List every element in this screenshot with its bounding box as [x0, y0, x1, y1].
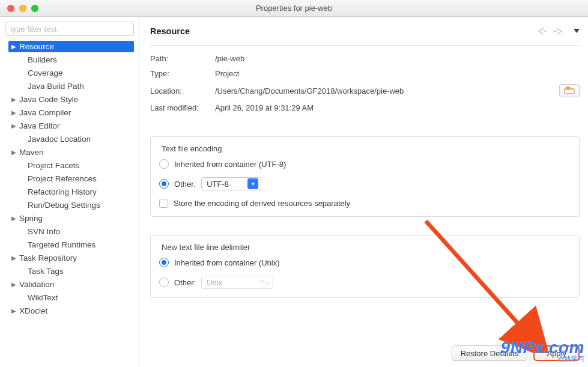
sidebar-item-svn-info[interactable]: SVN Info [8, 226, 134, 237]
sidebar-item-javadoc-location[interactable]: Javadoc Location [8, 133, 134, 145]
sidebar-item-java-compiler[interactable]: ▶Java Compiler [8, 107, 134, 118]
zoom-icon[interactable] [31, 5, 38, 12]
sidebar-item-label: Java Compiler [19, 108, 71, 117]
finder-icon [564, 86, 575, 95]
indent-spacer [19, 228, 25, 235]
indent-spacer [19, 83, 25, 89]
sidebar-item-spring[interactable]: ▶Spring [8, 213, 134, 224]
indent-spacer [19, 189, 25, 195]
sidebar-item-targeted-runtimes[interactable]: Targeted Runtimes [8, 239, 134, 250]
sidebar-item-wikitext[interactable]: WikiText [8, 292, 134, 303]
indent-spacer [19, 268, 25, 274]
delimiter-other-radio[interactable] [159, 278, 169, 287]
disclosure-arrow-icon[interactable]: ▶ [11, 149, 17, 156]
location-label: Location: [150, 86, 215, 96]
sidebar-item-label: Java Build Path [28, 82, 84, 91]
sidebar-item-run-debug-settings[interactable]: Run/Debug Settings [8, 199, 134, 211]
content-pane: Resource Path: /pie-web Type: [139, 17, 588, 367]
disclosure-arrow-icon[interactable]: ▶ [11, 255, 17, 261]
content-header: Resource [150, 17, 580, 46]
chevron-down-icon: ▾ [247, 178, 258, 189]
close-icon[interactable] [7, 5, 14, 12]
properties-window: Properties for pie-web type filter text … [0, 0, 588, 367]
sidebar-item-builders[interactable]: Builders [8, 54, 134, 65]
window-title: Properties for pie-web [0, 4, 588, 13]
sidebar-item-task-repository[interactable]: ▶Task Repository [8, 252, 134, 264]
delimiter-select: Unix ⌃⌄ [201, 276, 273, 289]
page-title: Resource [150, 26, 536, 36]
show-in-finder-button[interactable] [559, 84, 580, 97]
modified-value: April 26, 2019 at 9:31:29 AM [215, 103, 580, 112]
sidebar: type filter text ▶Resource Builders Cove… [0, 17, 139, 367]
sidebar-item-refactoring-history[interactable]: Refactoring History [8, 186, 134, 198]
sidebar-item-label: SVN Info [28, 227, 60, 236]
sidebar-item-label: Project Facets [28, 161, 79, 170]
path-label: Path: [150, 54, 215, 63]
delimiter-group: New text file line delimiter Inherited f… [150, 235, 580, 298]
filter-input[interactable]: type filter text [5, 22, 134, 36]
sidebar-item-label: Resource [19, 42, 54, 51]
apply-button[interactable]: Apply [533, 345, 580, 361]
disclosure-arrow-icon[interactable]: ▶ [11, 96, 17, 103]
sidebar-item-xdoclet[interactable]: ▶XDoclet [8, 305, 134, 317]
sidebar-item-label: Java Editor [19, 121, 60, 130]
sidebar-item-maven[interactable]: ▶Maven [8, 147, 134, 158]
delimiter-other-label: Other: [174, 278, 196, 287]
restore-defaults-button[interactable]: Restore Defaults [452, 345, 528, 361]
minimize-icon[interactable] [19, 5, 26, 12]
disclosure-arrow-icon[interactable]: ▶ [11, 281, 17, 288]
disclosure-arrow-icon[interactable]: ▶ [11, 109, 17, 116]
encoding-inherited-label: Inherited from container (UTF-8) [174, 160, 286, 169]
indent-spacer [19, 56, 25, 63]
sidebar-item-validation[interactable]: ▶Validation [8, 279, 134, 290]
sidebar-item-java-editor[interactable]: ▶Java Editor [8, 120, 134, 132]
disclosure-arrow-icon[interactable]: ▶ [11, 43, 17, 50]
sidebar-item-java-build-path[interactable]: Java Build Path [8, 80, 134, 92]
encoding-select[interactable]: UTF-8 ▾ [201, 177, 261, 190]
modified-label: Last modified: [150, 103, 215, 112]
encoding-other-radio[interactable] [159, 179, 169, 189]
sidebar-item-label: XDoclet [19, 306, 47, 315]
sidebar-item-label: Javadoc Location [28, 135, 91, 144]
sidebar-item-label: Builders [28, 55, 57, 64]
sidebar-item-java-code-style[interactable]: ▶Java Code Style [8, 94, 134, 105]
disclosure-arrow-icon[interactable]: ▶ [11, 308, 17, 314]
back-icon[interactable] [536, 27, 548, 35]
sidebar-item-label: Refactoring History [28, 187, 97, 196]
sidebar-item-label: Java Code Style [19, 95, 78, 104]
sidebar-item-label: Targeted Runtimes [28, 240, 95, 249]
sidebar-item-label: Validation [19, 280, 54, 289]
disclosure-arrow-icon[interactable]: ▶ [11, 215, 17, 222]
encoding-other-label: Other: [174, 180, 196, 189]
sidebar-item-label: Project References [28, 174, 97, 183]
window-controls [0, 5, 38, 12]
indent-spacer [19, 202, 25, 208]
delimiter-legend: New text file line delimiter [159, 243, 252, 252]
delimiter-select-value: Unix [207, 278, 222, 287]
encoding-inherited-radio[interactable] [159, 159, 169, 169]
delimiter-inherited-radio[interactable] [159, 258, 169, 267]
sidebar-item-label: Run/Debug Settings [28, 201, 100, 210]
type-value: Project [215, 69, 580, 78]
forward-icon[interactable] [553, 27, 565, 35]
derived-checkbox[interactable] [159, 199, 168, 208]
encoding-group: Text file encoding Inherited from contai… [150, 136, 580, 217]
category-tree[interactable]: ▶Resource Builders Coverage Java Build P… [5, 40, 134, 362]
sidebar-item-label: WikiText [28, 293, 58, 302]
sidebar-item-coverage[interactable]: Coverage [8, 67, 134, 79]
sidebar-item-label: Coverage [28, 68, 63, 77]
type-label: Type: [150, 69, 215, 78]
sidebar-item-label: Spring [19, 214, 43, 223]
sidebar-item-project-references[interactable]: Project References [8, 173, 134, 184]
path-value: /pie-web [215, 54, 580, 63]
sidebar-item-resource[interactable]: ▶Resource [8, 41, 134, 52]
indent-spacer [19, 70, 25, 76]
delimiter-inherited-label: Inherited from container (Unix) [174, 258, 280, 267]
menu-dropdown-icon[interactable] [574, 29, 580, 33]
disclosure-arrow-icon[interactable]: ▶ [11, 123, 17, 129]
sidebar-item-task-tags[interactable]: Task Tags [8, 265, 134, 277]
indent-spacer [19, 294, 25, 301]
sidebar-item-project-facets[interactable]: Project Facets [8, 160, 134, 171]
encoding-legend: Text file encoding [159, 144, 224, 153]
encoding-select-value: UTF-8 [207, 180, 229, 189]
